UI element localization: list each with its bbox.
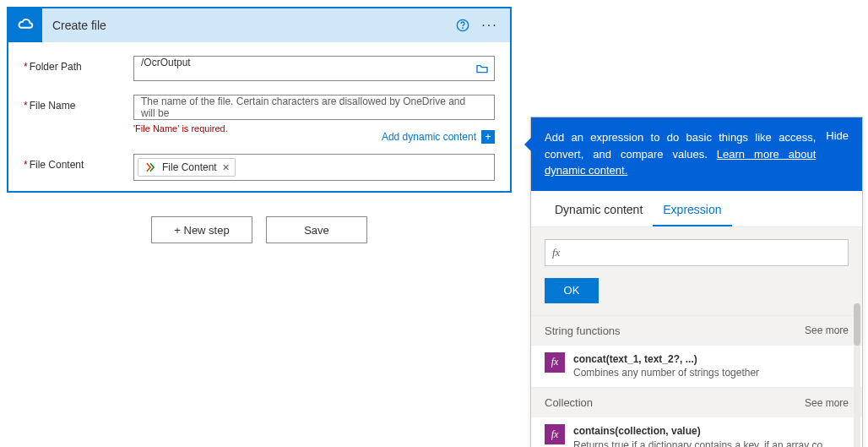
token-remove-icon[interactable]: ✕ [222,162,230,173]
expression-input[interactable]: fx [545,239,849,266]
help-icon[interactable] [453,15,473,35]
see-more-collection[interactable]: See more [805,397,849,409]
file-name-error: 'File Name' is required. [133,123,495,134]
fx-icon: fx [545,352,565,373]
file-content-input[interactable]: File Content ✕ [133,154,495,181]
more-icon[interactable]: ··· [480,15,500,35]
new-step-button[interactable]: + New step [151,216,252,243]
save-button[interactable]: Save [266,216,367,243]
fn-description: Combines any number of strings together [573,366,759,380]
flyout-banner-text: Add an expression to do basic things lik… [545,129,816,179]
scrollbar-thumb[interactable] [854,303,860,346]
folder-path-label: Folder Path [24,56,133,73]
fn-signature: concat(text_1, text_2?, ...) [573,352,759,367]
card-title: Create file [52,19,446,32]
flyout-arrow-icon [524,138,531,151]
folder-path-input[interactable]: /OcrOutput [133,56,495,81]
file-name-label: File Name [24,95,133,112]
expression-flyout: Add an expression to do basic things lik… [530,117,863,447]
token-label: File Content [162,161,217,173]
card-header[interactable]: Create file ··· [8,8,510,42]
fx-icon: fx [545,424,565,444]
file-name-input[interactable]: The name of the file. Certain characters… [133,95,495,120]
cloud-icon [8,8,42,42]
create-file-card: Create file ··· Folder Path /OcrOutput F… [7,7,512,193]
file-content-token[interactable]: File Content ✕ [138,158,236,177]
section-title-collection: Collection [545,396,593,409]
api-icon [144,161,157,174]
folder-picker-icon[interactable] [475,61,490,76]
tab-expression[interactable]: Expression [653,191,731,226]
section-title-string: String functions [545,324,621,337]
hide-link[interactable]: Hide [826,129,849,179]
tab-dynamic-content[interactable]: Dynamic content [545,191,653,226]
fn-description: Returns true if a dictionary contains a … [573,439,835,447]
svg-point-1 [463,28,464,29]
fn-item-concat[interactable]: fx concat(text_1, text_2?, ...) Combines… [531,346,862,388]
file-content-label: File Content [24,154,133,171]
see-more-string[interactable]: See more [805,324,849,336]
ok-button[interactable]: OK [545,278,599,303]
fn-item-contains[interactable]: fx contains(collection, value) Returns t… [531,417,862,447]
fn-signature: contains(collection, value) [573,424,835,439]
